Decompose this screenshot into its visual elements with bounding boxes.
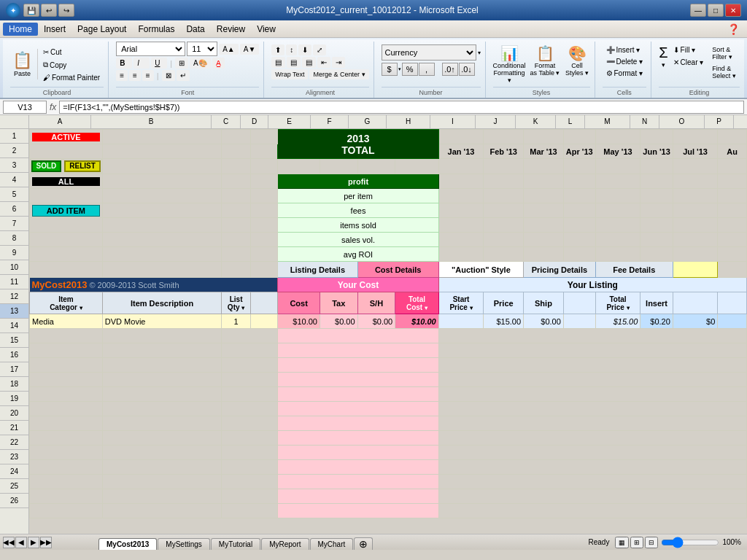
col-header-j[interactable]: J (476, 115, 516, 128)
menu-data[interactable]: Data (180, 23, 210, 36)
minimize-button[interactable]: — (690, 4, 706, 17)
row-header-26[interactable]: 26 (0, 494, 28, 508)
relist-button[interactable]: RELIST (64, 160, 101, 172)
row-header-3[interactable]: 3 (0, 158, 28, 173)
cell-b22[interactable] (102, 446, 221, 460)
normal-view-button[interactable]: ▦ (615, 537, 629, 548)
cell-a13[interactable]: Media (30, 314, 103, 329)
cell-efgh26[interactable] (278, 504, 438, 518)
align-center2-button[interactable]: ▤ (287, 57, 301, 68)
cell-cd14[interactable] (222, 329, 278, 343)
cell-j2[interactable]: Feb '13 (484, 144, 524, 159)
row-header-4[interactable]: 4 (0, 173, 28, 187)
cell-o13[interactable]: $0 (673, 314, 718, 329)
cell-i2[interactable]: Jan '13 (438, 144, 484, 159)
cell-styles-button[interactable]: 🎨 CellStyles ▾ (565, 44, 590, 77)
col-header-d[interactable]: D (241, 115, 268, 128)
cell-a16[interactable] (30, 358, 103, 373)
cell-h13[interactable]: $10.00 (395, 314, 439, 329)
cell-cd18[interactable] (222, 387, 278, 402)
align-right-button[interactable]: ≡ (142, 70, 154, 81)
text-orient-button[interactable]: ⤢ (313, 44, 326, 55)
row-header-19[interactable]: 19 (0, 392, 28, 406)
cell-f13[interactable]: $0.00 (320, 314, 357, 329)
col-header-g[interactable]: G (349, 115, 387, 128)
cell-b26[interactable] (102, 504, 221, 518)
cell-a26[interactable] (30, 504, 103, 518)
cell-b24[interactable] (102, 475, 221, 489)
row-header-14[interactable]: 14 (0, 319, 28, 333)
cell-e13[interactable]: $10.00 (278, 314, 320, 329)
cell-c13[interactable]: 1 (222, 314, 251, 329)
row-header-11[interactable]: 11 (0, 275, 28, 289)
decrease-decimal-button[interactable]: .0↓ (459, 63, 475, 76)
sheet-prev-button[interactable]: ◀ (15, 537, 27, 548)
cell-efgh22[interactable] (278, 446, 438, 460)
maximize-button[interactable]: □ (708, 4, 724, 17)
row-header-12[interactable]: 12 (0, 289, 28, 304)
cell-cd17[interactable] (222, 373, 278, 387)
cell-efgh15[interactable] (278, 343, 438, 358)
cell-efgh16[interactable] (278, 358, 438, 373)
cell-efgh14[interactable] (278, 329, 438, 343)
cell-b17[interactable] (102, 373, 221, 387)
valign-bot-button[interactable]: ⬇ (298, 44, 311, 55)
cell-p13[interactable] (718, 314, 747, 329)
align-right2-button[interactable]: ▤ (302, 57, 316, 68)
valign-top-button[interactable]: ⬆ (271, 44, 285, 55)
sheet-next-button[interactable]: ▶ (28, 537, 39, 548)
cell-k2[interactable]: Mar '13 (524, 144, 564, 159)
find-select-button[interactable]: Find &Select ▾ (708, 63, 740, 81)
dollar-sign-button[interactable]: $ (382, 63, 398, 76)
wrap-text-button[interactable]: Wrap Text (271, 69, 308, 79)
cell-rest18[interactable] (438, 387, 746, 402)
cell-b14[interactable] (102, 329, 221, 343)
paste-button[interactable]: 📋 Paste (10, 49, 34, 79)
pricing-details-btn[interactable]: Pricing Details (524, 262, 596, 278)
underline-button[interactable]: U (151, 58, 167, 69)
number-format-select[interactable]: Currency General Number Accounting Perce… (382, 44, 476, 61)
cell-i13[interactable] (438, 314, 484, 329)
cell-efgh24[interactable] (278, 475, 438, 489)
sheet-first-button[interactable]: ◀◀ (3, 537, 15, 548)
cell-g13[interactable]: $0.00 (357, 314, 395, 329)
menu-insert[interactable]: Insert (38, 23, 71, 36)
decrease-font-button[interactable]: A▼ (240, 44, 260, 55)
col-header-e[interactable]: E (268, 115, 311, 128)
add-item-button[interactable]: ADD ITEM (32, 205, 100, 217)
row-header-13[interactable]: 13 (0, 304, 28, 319)
cell-rest25[interactable] (438, 489, 746, 504)
cell-efgh25[interactable] (278, 489, 438, 504)
cell-cd19[interactable] (222, 402, 278, 416)
row-header-5[interactable]: 5 (0, 187, 28, 202)
row-header-6[interactable]: 6 (0, 202, 28, 217)
italic-button[interactable]: I (133, 58, 150, 69)
cell-efgh21[interactable] (278, 431, 438, 446)
cell-efgh19[interactable] (278, 402, 438, 416)
cell-b25[interactable] (102, 489, 221, 504)
indent-inc-button[interactable]: ⇥ (332, 57, 345, 68)
cell-d13[interactable] (250, 314, 277, 329)
cell-cd25[interactable] (222, 489, 278, 504)
menu-view[interactable]: View (251, 23, 282, 36)
align-center-button[interactable]: ≡ (129, 70, 141, 81)
cost-details-btn[interactable]: Cost Details (357, 262, 438, 278)
cell-o2[interactable]: Jul '13 (673, 144, 718, 159)
cell-cd24[interactable] (222, 475, 278, 489)
cell-b18[interactable] (102, 387, 221, 402)
cell-a19[interactable] (30, 402, 103, 416)
border-button[interactable]: ⊞ (175, 58, 188, 69)
cell-b21[interactable] (102, 431, 221, 446)
cell-reference-input[interactable] (3, 101, 47, 114)
cell-rest24[interactable] (438, 475, 746, 489)
cell-rest14[interactable] (438, 329, 746, 343)
quick-access-save[interactable]: 💾 (23, 4, 39, 17)
cell-n13[interactable]: $0.20 (640, 314, 673, 329)
cell-k13[interactable]: $0.00 (524, 314, 564, 329)
cell-cd20[interactable] (222, 416, 278, 431)
quick-access-redo[interactable]: ↪ (58, 4, 74, 17)
row-header-8[interactable]: 8 (0, 231, 28, 246)
row-header-9[interactable]: 9 (0, 246, 28, 260)
cell-n2[interactable]: Jun '13 (640, 144, 673, 159)
wrap-button[interactable]: ↵ (177, 70, 190, 81)
